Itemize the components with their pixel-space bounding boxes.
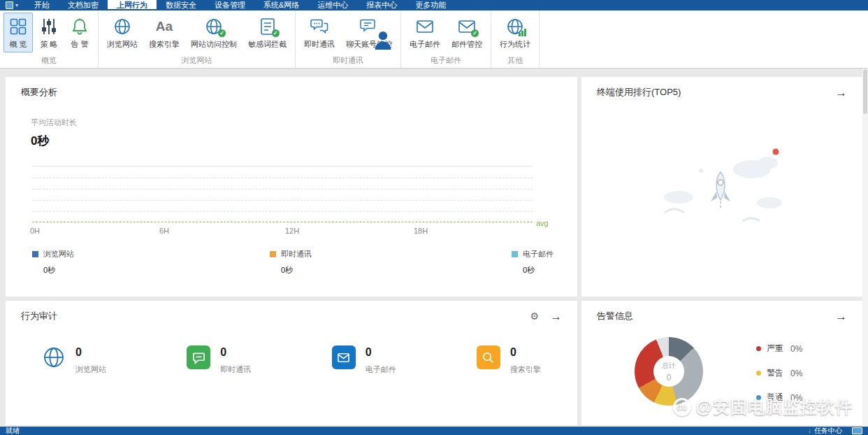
baidu-logo-icon: du <box>673 398 691 416</box>
x-tick: 0H <box>30 227 40 235</box>
stat-value: 0 <box>510 347 541 358</box>
legend-label: 严重 <box>767 343 783 355</box>
chat-bubbles-icon <box>310 17 329 36</box>
menu-tab-start[interactable]: 开始 <box>25 0 59 10</box>
document-shield-icon: ✓ <box>258 17 277 36</box>
chat-account-icon <box>359 17 379 36</box>
legend-value: 0秒 <box>512 265 554 276</box>
donut-total-value: 0 <box>667 373 672 383</box>
ribbon-button-email[interactable]: 电子邮件 <box>405 13 445 52</box>
ribbon-button-chat-account-control[interactable]: 聊天账号管控 <box>341 13 397 52</box>
ribbon-group-name: 概览 <box>0 55 98 66</box>
ribbon-button-label: 电子邮件 <box>410 39 440 50</box>
monitor-icon[interactable] <box>852 427 862 434</box>
legend-label: 浏览网站 <box>43 249 74 259</box>
ribbon-button-label: 浏览网站 <box>107 39 138 50</box>
avg-activity-metric: 平均活动时长 0秒 <box>31 117 77 149</box>
ribbon-button-label: 网站访问控制 <box>191 39 237 50</box>
ribbon-button-instant-messaging[interactable]: 即时通讯 <box>299 13 340 52</box>
app-menu-button[interactable]: ▾ <box>0 0 25 10</box>
main-content: 概要分析 平均活动时长 0秒 avg 0H 6H 12H 18H 浏览网站 0秒… <box>0 68 868 427</box>
ribbon-button-website-access-control[interactable]: ✓ 网站访问控制 <box>186 13 242 52</box>
status-ready-label: 就绪 <box>6 426 20 435</box>
arrow-right-icon[interactable]: → <box>550 311 562 322</box>
donut-total-label: 总计 <box>662 361 676 371</box>
sliders-icon <box>39 17 59 36</box>
watermark: du @安固电脑监控软件 <box>673 396 853 418</box>
stat-label: 电子邮件 <box>366 364 396 375</box>
ribbon-button-label: 搜索引擎 <box>149 39 180 50</box>
stat-label: 搜索引擎 <box>510 364 541 375</box>
legend-label: 电子邮件 <box>523 249 554 259</box>
person-badge-icon <box>373 30 381 38</box>
menu-tab-system-network[interactable]: 系统&网络 <box>254 0 308 10</box>
alert-info-card: 告警信息 → 总计 0 严重 0% 警告 0% 普通 0% <box>581 301 862 425</box>
check-badge-icon: ✓ <box>218 29 226 37</box>
card-title: 告警信息 <box>597 310 633 322</box>
legend-marker <box>512 251 518 257</box>
menu-tab-data-security[interactable]: 数据安全 <box>157 0 205 10</box>
activity-duration-chart: avg 0H 6H 12H 18H <box>32 166 533 222</box>
stat-value: 0 <box>75 347 106 358</box>
watermark-text: @安固电脑监控软件 <box>696 396 853 418</box>
task-center-button[interactable]: 任务中心 <box>814 426 842 435</box>
globe-icon <box>42 345 66 369</box>
menu-tab-device-management[interactable]: 设备管理 <box>205 0 254 10</box>
menu-tab-more-features[interactable]: 更多功能 <box>406 0 455 10</box>
globe-check-icon: ✓ <box>204 17 224 36</box>
scrollbar[interactable] <box>862 68 868 427</box>
ribbon-toolbar: 概 览 策 略 告 警 概览 浏览网站 <box>0 10 868 69</box>
ribbon-group-other: 行为统计 其他 <box>491 10 540 68</box>
menu-tab-doc-encryption[interactable]: 文档加密 <box>59 0 108 10</box>
x-tick: 6H <box>159 227 169 235</box>
legend-label: 即时通讯 <box>281 249 312 259</box>
legend-value: 0秒 <box>270 265 312 276</box>
x-tick: 12H <box>285 227 299 235</box>
stat-value: 0 <box>366 347 396 358</box>
metric-label: 平均活动时长 <box>31 117 77 128</box>
ribbon-button-search-engine[interactable]: Aa 搜索引擎 <box>144 13 185 52</box>
ribbon-button-sensitive-word-block[interactable]: ✓ 敏感词拦截 <box>243 13 291 52</box>
ribbon-group-overview: 概 览 策 略 告 警 概览 <box>0 10 99 68</box>
ribbon-button-browse-website[interactable]: 浏览网站 <box>102 13 143 52</box>
legend-label: 警告 <box>767 367 783 379</box>
ribbon-button-label: 行为统计 <box>500 39 530 50</box>
ribbon-button-email-control[interactable]: ✓ 邮件管控 <box>447 13 487 52</box>
search-icon <box>477 345 500 369</box>
check-badge-icon: ✓ <box>272 29 280 37</box>
envelope-icon <box>332 345 356 369</box>
status-bar: 就绪 ↓ 任务中心 <box>0 427 868 435</box>
settings-gear-icon[interactable]: ⚙ <box>530 311 539 321</box>
ribbon-group-name: 即时通讯 <box>296 55 400 66</box>
ribbon-button-policy[interactable]: 策 略 <box>34 13 64 52</box>
legend-marker <box>270 251 276 257</box>
ribbon-group-im: 即时通讯 聊天账号管控 即时通讯 <box>296 10 401 68</box>
chevron-down-icon: ▾ <box>15 3 18 8</box>
ribbon-button-overview[interactable]: 概 览 <box>3 13 33 52</box>
stat-browse-website: 0 浏览网站 <box>42 345 106 375</box>
menu-tab-report-center[interactable]: 报表中心 <box>357 0 406 10</box>
scrollbar-thumb[interactable] <box>863 69 867 114</box>
ribbon-button-behavior-stats[interactable]: 行为统计 <box>495 13 535 52</box>
menu-tab-ops-center[interactable]: 运维中心 <box>308 0 357 10</box>
arrow-right-icon[interactable]: → <box>835 311 847 322</box>
ribbon-button-label: 概 览 <box>9 39 27 50</box>
stat-search-engine: 0 搜索引擎 <box>477 345 541 375</box>
check-badge-icon: ✓ <box>471 29 479 37</box>
legend-dot <box>756 346 761 351</box>
ribbon-button-alert[interactable]: 告 警 <box>65 13 94 52</box>
empty-state-illustration <box>581 141 862 239</box>
stat-label: 即时通讯 <box>220 364 251 375</box>
card-title: 行为审计 <box>21 310 57 322</box>
legend-value: 0秒 <box>32 265 74 276</box>
ribbon-button-label: 即时通讯 <box>304 39 335 50</box>
app-icon <box>6 1 13 9</box>
bar-chart-badge-icon <box>519 29 526 36</box>
font-aa-icon: Aa <box>154 17 174 36</box>
stat-label: 浏览网站 <box>75 364 106 375</box>
legend-value: 0% <box>790 344 802 354</box>
card-title: 终端使用排行(TOP5) <box>597 86 681 99</box>
stat-email: 0 电子邮件 <box>332 345 396 375</box>
menu-tab-internet-behavior[interactable]: 上网行为 <box>108 0 157 10</box>
arrow-right-icon[interactable]: → <box>835 87 847 99</box>
